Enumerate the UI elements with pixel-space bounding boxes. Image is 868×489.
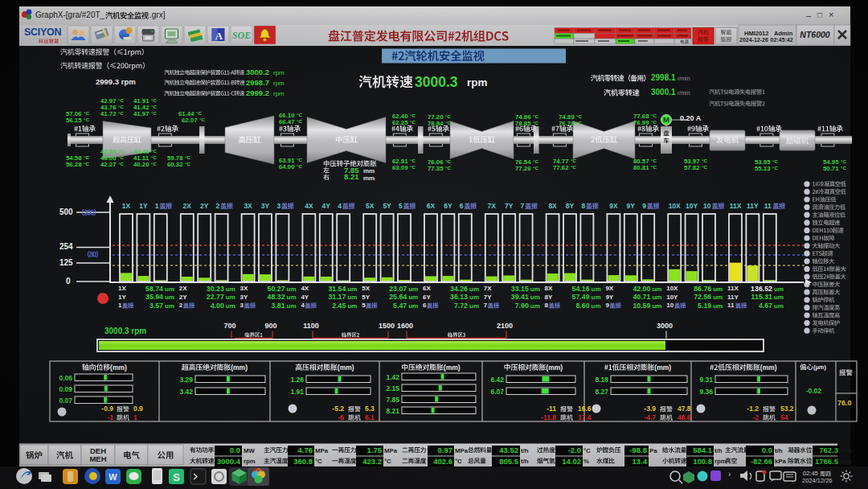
- svg-text:°C: °C: [185, 154, 190, 160]
- svg-text:□: □: [817, 10, 822, 19]
- svg-text:4Y: 4Y: [322, 202, 331, 210]
- svg-text:1Y: 1Y: [139, 202, 148, 210]
- svg-text:40.20: 40.20: [133, 161, 149, 168]
- svg-text:56.28: 56.28: [66, 161, 82, 168]
- svg-text:2Y: 2Y: [200, 202, 209, 210]
- svg-text:8: 8: [581, 202, 585, 210]
- svg-text:A: A: [215, 30, 223, 42]
- svg-text:(mm): (mm): [546, 364, 563, 372]
- svg-text:3.81: 3.81: [271, 302, 285, 310]
- svg-text:-98.8: -98.8: [629, 446, 647, 454]
- svg-text:°C: °C: [651, 158, 657, 163]
- svg-text:°C: °C: [151, 97, 157, 103]
- svg-text:8Y: 8Y: [566, 202, 575, 210]
- svg-text:um: um: [652, 302, 661, 310]
- svg-text:5.19: 5.19: [698, 302, 711, 310]
- svg-text:1.91: 1.91: [290, 388, 304, 396]
- svg-text:-5.2: -5.2: [332, 405, 344, 413]
- svg-text:(mm): (mm): [760, 364, 777, 372]
- svg-text:6.42: 6.42: [490, 376, 504, 384]
- svg-text:805.5: 805.5: [499, 457, 518, 466]
- svg-text:um: um: [165, 294, 174, 301]
- svg-text:31.17: 31.17: [328, 293, 346, 301]
- svg-text:um: um: [713, 286, 723, 293]
- svg-text:%: %: [583, 458, 589, 465]
- svg-text:60.32: 60.32: [167, 161, 183, 168]
- svg-text:°C: °C: [533, 158, 538, 164]
- svg-text:°C: °C: [84, 117, 89, 122]
- svg-text:°C: °C: [533, 120, 538, 125]
- svg-text:4X: 4X: [301, 285, 309, 292]
- svg-text:10Y: 10Y: [666, 294, 678, 301]
- svg-text:53.2: 53.2: [780, 405, 794, 413]
- svg-text:(mm): (mm): [654, 364, 671, 372]
- svg-text:(mm): (mm): [110, 364, 127, 372]
- svg-text:7: 7: [484, 302, 488, 309]
- svg-text:6Y: 6Y: [423, 294, 431, 301]
- svg-text:78.85: 78.85: [515, 120, 531, 127]
- svg-text:°C: °C: [410, 113, 416, 118]
- svg-text:254: 254: [59, 242, 73, 251]
- svg-text:9: 9: [642, 202, 646, 210]
- svg-text:8.18: 8.18: [595, 376, 608, 384]
- svg-text:um: um: [530, 294, 540, 301]
- svg-text:5: 5: [399, 202, 403, 210]
- svg-text:57.82: 57.82: [684, 164, 700, 171]
- svg-text:°C: °C: [651, 164, 657, 170]
- svg-text:7X: 7X: [484, 285, 492, 292]
- svg-text:°C: °C: [571, 158, 576, 163]
- svg-text:um: um: [408, 294, 418, 301]
- svg-text:55.13: 55.13: [755, 165, 771, 172]
- svg-text:°C: °C: [315, 458, 322, 465]
- svg-text:4: 4: [338, 202, 342, 210]
- svg-text:8X: 8X: [545, 285, 553, 292]
- svg-text:1500: 1500: [379, 322, 395, 330]
- svg-text:°C: °C: [772, 158, 778, 164]
- svg-text:4.76: 4.76: [298, 446, 313, 454]
- svg-text:t/h: t/h: [714, 447, 723, 454]
- svg-text:58.74: 58.74: [145, 285, 163, 293]
- svg-text:9X: 9X: [609, 202, 618, 210]
- svg-text:9Y: 9Y: [627, 202, 636, 210]
- svg-text:2998.1: 2998.1: [651, 73, 676, 82]
- svg-text:t/h: t/h: [521, 458, 529, 465]
- svg-text:9: 9: [605, 302, 609, 309]
- svg-text:°C: °C: [84, 154, 89, 160]
- svg-text:Pa: Pa: [649, 447, 657, 454]
- svg-text:2.45: 2.45: [332, 302, 346, 310]
- svg-text:7.90: 7.90: [515, 302, 529, 310]
- svg-text:°C: °C: [151, 148, 157, 154]
- svg-text:6: 6: [423, 302, 427, 309]
- svg-text:62.25: 62.25: [392, 119, 408, 126]
- svg-text:3000.4: 3000.4: [217, 457, 241, 466]
- svg-text:31.54: 31.54: [328, 285, 346, 293]
- svg-text:×: ×: [829, 10, 833, 19]
- svg-text:-3.9: -3.9: [644, 405, 656, 413]
- svg-text:r/min: r/min: [678, 76, 690, 81]
- svg-text:°C: °C: [445, 158, 451, 164]
- svg-text:um: um: [165, 286, 174, 293]
- svg-text:°C: °C: [702, 164, 707, 170]
- svg-text:11: 11: [764, 202, 772, 210]
- svg-text:um: um: [774, 302, 784, 310]
- svg-text:um: um: [165, 302, 174, 310]
- svg-text:-11.8: -11.8: [541, 413, 556, 421]
- svg-text:11Y: 11Y: [727, 294, 739, 301]
- svg-text:3: 3: [276, 202, 280, 210]
- svg-text:°C: °C: [118, 148, 124, 154]
- svg-text:86.76: 86.76: [694, 285, 711, 293]
- svg-text:115.31: 115.31: [751, 293, 773, 301]
- svg-text:5X: 5X: [362, 285, 370, 292]
- svg-text:°C: °C: [151, 110, 157, 116]
- svg-text:78.94: 78.94: [428, 120, 444, 127]
- svg-text:0.97: 0.97: [438, 446, 453, 454]
- svg-text:34.26: 34.26: [450, 285, 468, 293]
- svg-text:3.57: 3.57: [149, 302, 163, 310]
- svg-text:11X: 11X: [730, 202, 742, 210]
- svg-text:2998.7: 2998.7: [246, 78, 269, 87]
- svg-text:HMI2012: HMI2012: [744, 30, 768, 37]
- svg-text:-6: -6: [338, 413, 344, 421]
- svg-text:76.0: 76.0: [837, 399, 852, 407]
- svg-text:77.35: 77.35: [428, 165, 444, 172]
- svg-text:°C: °C: [576, 120, 582, 125]
